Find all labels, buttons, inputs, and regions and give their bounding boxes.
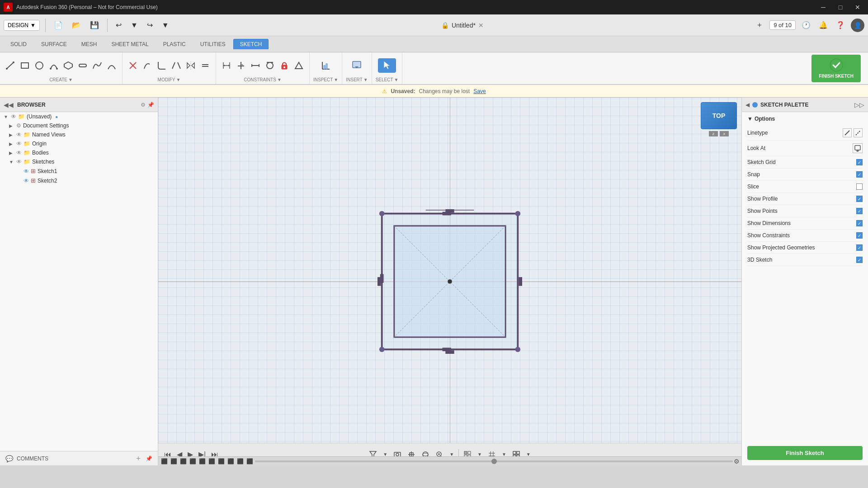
modify-dropdown-icon[interactable]: ▼: [176, 77, 180, 82]
timeline-box9[interactable]: ⬛: [245, 458, 254, 465]
rectangle-tool-button[interactable]: [18, 60, 32, 71]
spline-tool-button[interactable]: [90, 60, 104, 71]
slot-tool-button[interactable]: [76, 60, 90, 71]
tab-sketch[interactable]: SKETCH: [233, 39, 269, 49]
visibility-eye-sketch2[interactable]: 👁: [24, 178, 29, 184]
visibility-eye-origin[interactable]: 👁: [16, 141, 22, 147]
add-tab-button[interactable]: ＋: [753, 19, 766, 32]
conic-tool-button[interactable]: [105, 60, 118, 71]
browser-settings-icon[interactable]: ⚙: [141, 102, 146, 108]
trim-tool-button[interactable]: [126, 60, 140, 71]
break-tool-button[interactable]: [170, 60, 183, 71]
horizontal-button[interactable]: [249, 60, 262, 71]
inspect-dropdown-icon[interactable]: ▼: [334, 77, 338, 82]
perpendicular-button[interactable]: [234, 60, 248, 71]
cube-x-axis[interactable]: X: [720, 131, 729, 136]
tab-plastic[interactable]: PLASTIC: [156, 39, 193, 49]
save-link[interactable]: Save: [473, 88, 486, 94]
minimize-button[interactable]: ─: [816, 3, 830, 12]
browser-item-doc-settings[interactable]: ▶ ⚙ Document Settings: [0, 121, 158, 130]
timeline-box4[interactable]: ⬛: [198, 458, 207, 465]
browser-item-bodies[interactable]: ▶ 👁 📁 Bodies: [0, 148, 158, 157]
browser-item-sketch2[interactable]: 👁 ⊞ Sketch2: [0, 176, 158, 185]
visibility-eye-bodies[interactable]: 👁: [16, 150, 22, 156]
notification-button[interactable]: 🔔: [816, 19, 830, 32]
browser-item-origin[interactable]: ▶ 👁 📁 Origin: [0, 139, 158, 148]
show-dimensions-checkbox[interactable]: ✓: [856, 220, 863, 226]
new-file-button[interactable]: 📄: [51, 19, 66, 31]
visibility-eye-sketch1[interactable]: 👁: [24, 168, 29, 174]
snap-checkbox[interactable]: ✓: [856, 171, 863, 178]
slice-checkbox[interactable]: [856, 183, 863, 190]
cube-z-axis[interactable]: Z: [709, 131, 718, 136]
timeline-start-icon[interactable]: ⬛: [160, 458, 169, 465]
timeline-settings-icon[interactable]: ⚙: [734, 458, 740, 465]
insert-dropdown-icon[interactable]: ▼: [363, 77, 368, 82]
lookat-button[interactable]: [853, 143, 863, 153]
clock-button[interactable]: 🕐: [799, 19, 813, 32]
tab-solid[interactable]: SOLID: [4, 39, 33, 49]
equal-tool-button[interactable]: [198, 60, 212, 71]
polygon-tool-button[interactable]: [61, 60, 75, 71]
arc-tool-button[interactable]: [47, 60, 61, 71]
linetype-dashed-icon[interactable]: [854, 128, 863, 137]
finish-sketch-palette-button[interactable]: Finish Sketch: [747, 446, 863, 460]
view-cube-face[interactable]: TOP: [701, 102, 737, 129]
fillet-tool-button[interactable]: [155, 60, 169, 71]
tab-utilities[interactable]: UTILITIES: [193, 39, 232, 49]
tab-sheet-metal[interactable]: SHEET METAL: [104, 39, 155, 49]
close-tab-icon[interactable]: ✕: [478, 22, 484, 29]
browser-pin-icon[interactable]: 📌: [147, 102, 154, 108]
select-dropdown-icon[interactable]: ▼: [394, 77, 399, 82]
browser-item-sketch1[interactable]: 👁 ⊞ Sketch1: [0, 166, 158, 176]
help-button[interactable]: ❓: [834, 19, 847, 32]
redo-button[interactable]: ↪: [144, 19, 156, 31]
inspect-button[interactable]: [317, 58, 335, 73]
tab-mesh[interactable]: MESH: [75, 39, 104, 49]
linetype-solid-icon[interactable]: [843, 128, 852, 137]
timeline-box6[interactable]: ⬛: [217, 458, 226, 465]
maximize-button[interactable]: □: [834, 3, 847, 12]
dimension-button[interactable]: [220, 60, 233, 71]
select-button[interactable]: [378, 58, 396, 73]
open-button[interactable]: 📂: [69, 19, 84, 31]
timeline-box5[interactable]: ⬛: [208, 458, 216, 465]
create-dropdown-icon[interactable]: ▼: [68, 77, 73, 82]
timeline-box2[interactable]: ⬛: [179, 458, 188, 465]
finish-sketch-ribbon-button[interactable]: FINISH SKETCH: [811, 55, 861, 82]
tangent-button[interactable]: [263, 60, 277, 71]
show-projected-checkbox[interactable]: ✓: [856, 244, 863, 251]
browser-item-root[interactable]: ▼ 👁 📁 (Unsaved) ●: [0, 112, 158, 121]
collapse-palette-icon[interactable]: ◀: [745, 102, 750, 108]
show-profile-checkbox[interactable]: ✓: [856, 196, 863, 202]
3dsketch-checkbox[interactable]: ✓: [856, 257, 863, 263]
design-dropdown[interactable]: DESIGN ▼: [4, 20, 40, 31]
comments-pin-icon[interactable]: 📌: [146, 455, 152, 462]
timeline-box3[interactable]: ⬛: [189, 458, 197, 465]
add-comment-button[interactable]: ＋: [135, 454, 142, 463]
lock-button[interactable]: [278, 60, 291, 71]
close-button[interactable]: ✕: [851, 3, 864, 12]
collapse-browser-icon[interactable]: ◀◀: [4, 101, 14, 108]
triangle-button[interactable]: [292, 60, 306, 71]
constraints-dropdown-icon[interactable]: ▼: [277, 77, 282, 82]
visibility-eye-sketches[interactable]: 👁: [16, 159, 22, 165]
insert-button[interactable]: [348, 58, 366, 73]
user-avatar[interactable]: 👤: [851, 19, 864, 32]
visibility-eye-root[interactable]: 👁: [11, 113, 16, 120]
undo-button[interactable]: ↩: [113, 19, 124, 31]
browser-item-named-views[interactable]: ▶ 👁 📁 Named Views: [0, 130, 158, 139]
save-button[interactable]: 💾: [87, 19, 102, 31]
show-points-checkbox[interactable]: ✓: [856, 208, 863, 214]
extend-tool-button[interactable]: [141, 60, 154, 71]
palette-expand-icon[interactable]: ▷▷: [854, 101, 864, 108]
visibility-eye-namedviews[interactable]: 👁: [16, 131, 22, 138]
line-tool-button[interactable]: [4, 60, 17, 71]
timeline-thumb[interactable]: [491, 459, 497, 464]
browser-item-sketches[interactable]: ▼ 👁 📁 Sketches: [0, 157, 158, 166]
timeline-box7[interactable]: ⬛: [226, 458, 235, 465]
circle-tool-button[interactable]: [33, 60, 46, 71]
redo-dropdown[interactable]: ▼: [159, 19, 172, 31]
undo-dropdown[interactable]: ▼: [128, 19, 141, 31]
canvas-area[interactable]: TOP Z X ⏮ ◀ ▶ ▶| ⏭: [158, 98, 741, 465]
